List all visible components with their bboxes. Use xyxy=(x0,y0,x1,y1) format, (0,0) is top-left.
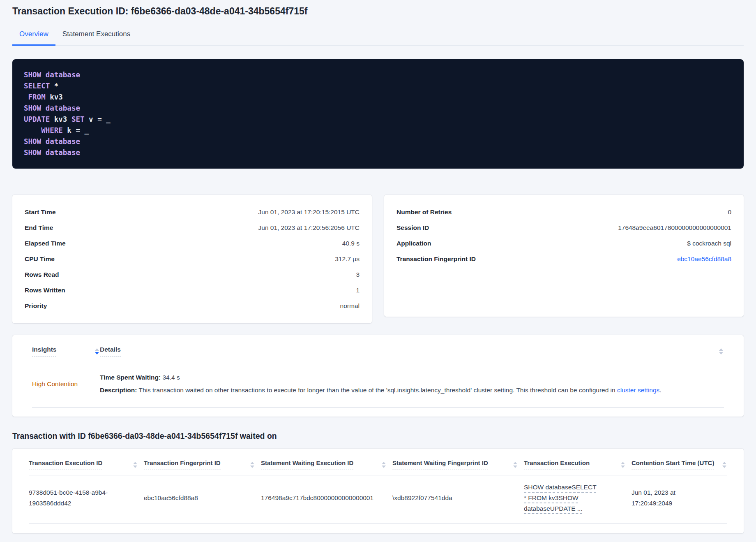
detail-label: Rows Read xyxy=(25,271,59,278)
sql-token: kv3 xyxy=(50,93,63,101)
sql-line: SHOW database xyxy=(24,103,732,114)
sort-up-arrow xyxy=(250,462,254,464)
page-title: Transaction Execution ID: f6be6366-da03-… xyxy=(12,6,744,17)
sort-icon[interactable] xyxy=(512,461,518,469)
detail-value: 17648a9eea6017800000000000000001 xyxy=(618,224,731,232)
sql-token: WHERE xyxy=(24,126,67,134)
sort-icon[interactable] xyxy=(620,461,626,469)
detail-row: Session ID17648a9eea60178000000000000000… xyxy=(396,220,731,236)
sql-line: SHOW database xyxy=(24,147,732,158)
detail-value: $ cockroach sql xyxy=(687,240,731,247)
detail-value: Jun 01, 2023 at 17:20:15:2015 UTC xyxy=(258,208,360,216)
detail-label: Rows Written xyxy=(25,287,65,294)
sql-box: SHOW databaseSELECT * FROM kv3SHOW datab… xyxy=(12,59,744,169)
detail-row: Rows Written1 xyxy=(25,283,360,298)
sql-line: UPDATE kv3 SET v = _ xyxy=(24,114,732,125)
column-contention-start-time: Contention Start Time (UTC) xyxy=(632,459,727,470)
cell-statement-waiting-fingerprint-id: \xdb8922f077541dda xyxy=(392,493,524,503)
column-header-label[interactable]: Contention Start Time (UTC) xyxy=(632,459,714,470)
sql-line: SHOW database xyxy=(24,136,732,147)
cell-statement-waiting-execution-id: 176498a9c717bdc80000000000000001 xyxy=(261,493,392,503)
sql-line: WHERE k = _ xyxy=(24,125,732,136)
transaction-fingerprint-link[interactable]: ebc10ae56cfd88a8 xyxy=(677,255,731,263)
detail-row: End TimeJun 01, 2023 at 17:20:56:2056 UT… xyxy=(25,220,360,236)
insight-row: High Contention Time Spent Waiting: 34.4… xyxy=(32,362,724,408)
detail-row: Transaction Fingerprint IDebc10ae56cfd88… xyxy=(396,251,731,267)
sql-token: SHOW database xyxy=(24,104,80,112)
sql-token: k = _ xyxy=(67,126,89,134)
sort-icon[interactable] xyxy=(721,461,727,469)
insight-details: Time Spent Waiting: 34.4 s Description: … xyxy=(100,372,662,396)
waited-on-table: Transaction Execution ID Transaction Fin… xyxy=(12,449,744,533)
sort-icon[interactable] xyxy=(718,347,724,355)
column-header-label[interactable]: Statement Waiting Fingerprint ID xyxy=(392,459,488,470)
sort-up-arrow xyxy=(621,462,625,464)
transaction-execution-preview[interactable]: SHOW databaseSELECT * FROM kv3SHOW datab… xyxy=(524,482,597,514)
sort-down-arrow xyxy=(621,466,625,468)
cell-transaction-execution: SHOW databaseSELECT * FROM kv3SHOW datab… xyxy=(524,482,632,514)
table-row: 9738d051-bc0e-4158-a9b4-1903586ddd42 ebc… xyxy=(29,475,727,523)
sql-line: SELECT * xyxy=(24,81,732,92)
detail-label: Session ID xyxy=(396,224,429,232)
sort-up-arrow xyxy=(719,348,723,351)
sort-down-arrow xyxy=(95,352,99,354)
sort-down-arrow xyxy=(722,466,726,468)
column-header-label[interactable]: Transaction Fingerprint ID xyxy=(144,459,221,470)
time-spent-waiting-value: 34.4 s xyxy=(161,374,180,381)
cluster-settings-link[interactable]: cluster settings xyxy=(617,387,659,394)
sql-token: SET xyxy=(71,115,89,123)
insights-table: Insights Details High Contention Time Sp… xyxy=(12,335,744,417)
sort-up-arrow xyxy=(722,462,726,464)
detail-value: Jun 01, 2023 at 17:20:56:2056 UTC xyxy=(258,224,360,232)
sort-down-arrow xyxy=(513,466,517,468)
detail-row: Prioritynormal xyxy=(25,298,360,314)
sql-token: v = _ xyxy=(89,115,111,123)
sort-down-arrow xyxy=(719,352,723,354)
sql-token: SHOW database xyxy=(24,137,80,146)
sort-icon[interactable] xyxy=(381,461,387,469)
detail-row: Rows Read3 xyxy=(25,267,360,283)
cell-transaction-execution-id: 9738d051-bc0e-4158-a9b4-1903586ddd42 xyxy=(29,487,144,509)
detail-row: CPU Time312.7 µs xyxy=(25,251,360,267)
column-statement-waiting-fingerprint-id: Statement Waiting Fingerprint ID xyxy=(392,459,524,470)
tab-statement-executions[interactable]: Statement Executions xyxy=(55,27,137,45)
tab-overview[interactable]: Overview xyxy=(12,27,55,46)
sort-up-arrow xyxy=(133,462,137,464)
detail-label: Start Time xyxy=(25,208,56,216)
transaction-details-page: Transaction Execution ID: f6be6366-da03-… xyxy=(0,0,756,533)
sort-down-arrow xyxy=(382,466,386,468)
overview-card-right: Number of Retries0Session ID17648a9eea60… xyxy=(384,195,744,317)
time-spent-waiting: Time Spent Waiting: 34.4 s xyxy=(100,372,662,383)
sql-token: SHOW database xyxy=(24,148,80,157)
detail-label: Priority xyxy=(25,302,47,310)
waited-on-table-header: Transaction Execution ID Transaction Fin… xyxy=(29,449,727,470)
column-header-label[interactable]: Transaction Execution xyxy=(524,459,590,470)
cell-contention-start-time: Jun 01, 2023 at 17:20:49:2049 xyxy=(632,487,727,509)
insights-column-header[interactable]: Insights xyxy=(32,346,56,357)
column-transaction-execution: Transaction Execution xyxy=(524,459,632,470)
detail-value: 312.7 µs xyxy=(335,255,360,263)
sort-up-arrow xyxy=(513,462,517,464)
description-label: Description: xyxy=(100,387,137,394)
detail-value: 1 xyxy=(356,287,360,294)
sql-line: SHOW database xyxy=(24,69,732,81)
details-column-header[interactable]: Details xyxy=(100,346,121,357)
sql-token: FROM xyxy=(24,93,50,101)
sql-token: SHOW database xyxy=(24,71,80,79)
detail-row: Application$ cockroach sql xyxy=(396,236,731,251)
overview-card-left: Start TimeJun 01, 2023 at 17:20:15:2015 … xyxy=(12,195,372,323)
detail-label: CPU Time xyxy=(25,255,55,263)
sql-token: SELECT xyxy=(24,82,54,90)
sql-token: kv3 xyxy=(54,115,71,123)
detail-value: normal xyxy=(340,302,360,310)
detail-label: Application xyxy=(396,240,431,247)
time-spent-waiting-label: Time Spent Waiting: xyxy=(100,374,161,381)
sort-icon[interactable] xyxy=(94,347,100,355)
sort-icon[interactable] xyxy=(249,461,255,469)
column-header-label[interactable]: Transaction Execution ID xyxy=(29,459,102,470)
sort-icon[interactable] xyxy=(132,461,138,469)
column-transaction-fingerprint-id: Transaction Fingerprint ID xyxy=(144,459,261,470)
waited-on-heading: Transaction with ID f6be6366-da03-48de-a… xyxy=(12,431,744,441)
description-suffix: . xyxy=(659,387,661,394)
column-header-label[interactable]: Statement Waiting Execution ID xyxy=(261,459,353,470)
